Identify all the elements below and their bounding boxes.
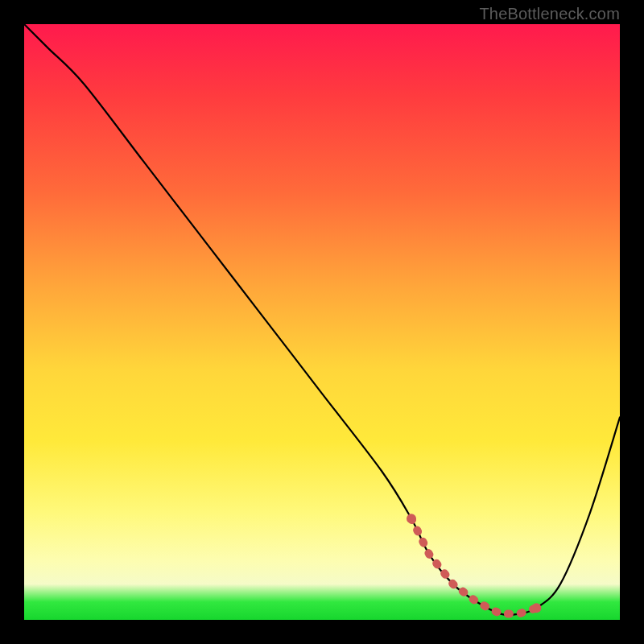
chart-svg bbox=[24, 24, 620, 620]
optimal-range-start-dot bbox=[407, 514, 416, 523]
chart-frame: TheBottleneck.com bbox=[0, 0, 644, 644]
optimal-range-marker bbox=[411, 518, 536, 613]
chart-plot-area bbox=[24, 24, 620, 620]
optimal-range-end-dot bbox=[531, 603, 541, 613]
bottleneck-curve-line bbox=[24, 24, 620, 615]
attribution-text: TheBottleneck.com bbox=[479, 5, 620, 23]
